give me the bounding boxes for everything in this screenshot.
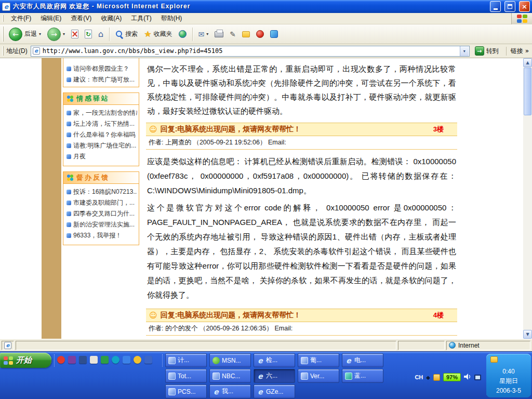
refresh-icon: ↻ (86, 31, 91, 37)
taskbar-button[interactable]: e我... (209, 384, 251, 398)
address-dropdown-icon[interactable]: ▾ (460, 46, 469, 56)
messenger-button[interactable] (268, 29, 281, 39)
smiley-icon: ☺ (149, 311, 157, 320)
vertical-scrollbar[interactable]: ▲ ▼ (523, 58, 532, 339)
quick-launch-icon[interactable] (123, 356, 130, 364)
taskbar-separator (54, 354, 55, 367)
print-button[interactable] (212, 30, 226, 38)
sidebar-box-feedback: 督办反馈 投诉：16路皖N07213... 市建委及职能部门，... 四季春交叉… (63, 171, 139, 245)
mail-button[interactable]: ✉ ▾ (196, 30, 211, 39)
forward-dropdown-icon[interactable]: ▾ (63, 32, 65, 36)
links-bar[interactable]: 链接 » (506, 47, 529, 56)
sidebar-link[interactable]: 市建委及职能部门，... (66, 197, 137, 208)
toolbar-grip (2, 26, 4, 42)
bullet-icon (66, 66, 71, 71)
back-dropdown-icon[interactable]: ▾ (39, 32, 41, 36)
sidebar-link[interactable]: 96333，我举报！ (66, 230, 137, 241)
go-button[interactable]: → 转到 (473, 46, 501, 56)
battery-indicator[interactable]: 97% (443, 373, 461, 381)
menu-edit[interactable]: 编辑(E) (36, 12, 66, 24)
menu-view[interactable]: 查看(V) (66, 12, 96, 24)
qq-button[interactable] (254, 29, 267, 39)
msn-icon (212, 357, 220, 364)
taskbar-button[interactable]: eGZe... (254, 384, 295, 398)
quick-launch-icon[interactable] (90, 356, 98, 364)
taskbar-button[interactable]: PCS... (165, 384, 207, 398)
maximize-button[interactable] (504, 1, 515, 12)
sidebar-link[interactable]: 月夜 (66, 151, 137, 162)
sidebar-link[interactable]: 新的治安管理法实施... (66, 219, 137, 230)
edit-button[interactable]: ✎ (227, 30, 238, 39)
menu-tools[interactable]: 工具(T) (126, 12, 156, 24)
post-body-partial: 偶尔一次不理会，系统出错是正常的，重新启动即可，出现次数多了，两种情况比较常见，… (146, 58, 457, 123)
taskbar-button-active[interactable]: e六... (254, 369, 295, 383)
page-icon: e (33, 47, 40, 55)
toolbar-separator (109, 28, 110, 41)
quick-launch-icon[interactable] (57, 356, 65, 364)
address-input[interactable]: e http://www.luan.gov.cn/bbs/bbs_view.ph… (31, 46, 470, 57)
floor-badge: 4楼 (433, 311, 454, 320)
sidebar-link[interactable]: 家，一段无法割舍的情感 (66, 108, 137, 118)
minimize-button[interactable] (490, 1, 501, 12)
taskbar-button[interactable]: e电... (342, 353, 383, 367)
scroll-up-button[interactable]: ▲ (523, 58, 532, 67)
sidebar-link[interactable]: 请教:明珠广场住宅的... (66, 140, 137, 151)
taskbar-button[interactable]: 蓝... (342, 369, 383, 383)
search-button[interactable]: 搜索 (113, 29, 140, 39)
refresh-button[interactable]: ↻ (82, 29, 95, 39)
qq-icon (256, 30, 264, 38)
zone-label: Internet (458, 342, 480, 349)
tray-diamond-icon[interactable]: ◆ (426, 375, 430, 380)
history-button[interactable] (176, 29, 189, 39)
taskbar-button[interactable]: 葡... (298, 353, 339, 367)
windows-flag-icon (4, 356, 13, 365)
sidebar-link[interactable]: 坛上冷清，坛下热情... (66, 118, 137, 129)
taskbar-button[interactable]: Ver... (298, 369, 339, 383)
back-button[interactable]: ← 后退 ▾ (6, 26, 44, 42)
sidebar-link[interactable]: 建议：市民广场可放... (66, 74, 137, 85)
taskbar-button[interactable]: NBC... (209, 369, 251, 383)
language-indicator[interactable]: CH (415, 374, 423, 380)
menu-help[interactable]: 帮助(H) (156, 12, 187, 24)
stop-button[interactable]: × (69, 29, 81, 39)
quick-launch-icon[interactable] (134, 356, 141, 364)
scroll-down-button[interactable]: ▼ (523, 330, 532, 339)
clover-icon (66, 95, 74, 102)
network-icon[interactable] (474, 375, 481, 380)
bullet-icon (66, 122, 71, 126)
quick-launch-icon[interactable] (112, 356, 119, 364)
discuss-button[interactable] (240, 30, 252, 38)
quick-launch-icon[interactable] (101, 356, 109, 364)
sidebar-link[interactable]: 四季春交叉路口为什... (66, 208, 137, 219)
sidebar-link[interactable]: 投诉：16路皖N07213... (66, 187, 137, 197)
author-line: 作者: 上网查的 （2005-09-21 19:52:06） Email: (146, 136, 457, 150)
bullet-icon (66, 211, 71, 216)
tray-shield-icon[interactable] (433, 374, 440, 381)
forward-button[interactable]: → ▾ (45, 26, 68, 42)
bullet-icon (66, 77, 71, 82)
quick-launch-icon[interactable] (144, 356, 152, 364)
start-button[interactable]: 开始 (0, 353, 51, 368)
close-button[interactable]: × (519, 1, 530, 12)
history-globe-icon (179, 30, 187, 38)
power-tray-icon[interactable] (490, 356, 498, 363)
menu-file[interactable]: 文件(F) (6, 12, 36, 24)
sidebar-link[interactable]: 什么是幸福？你幸福吗？ (66, 129, 137, 140)
favorites-button[interactable]: ★ 收藏夹 (141, 29, 175, 39)
discuss-note-icon (242, 31, 250, 37)
home-button[interactable]: ⌂ (96, 29, 106, 39)
taskbar-button[interactable]: Tot... (165, 369, 207, 383)
taskbar-button[interactable]: e检... (254, 353, 295, 367)
quick-launch-icon[interactable] (79, 356, 87, 364)
go-label: 转到 (486, 47, 499, 56)
scrollbar-thumb[interactable] (524, 68, 531, 115)
taskbar-button[interactable]: MSN... (209, 353, 251, 367)
mail-dropdown-icon[interactable]: ▾ (206, 32, 208, 36)
taskbar-button[interactable]: 计... (165, 353, 207, 367)
app-icon (301, 373, 308, 380)
quick-launch-icon[interactable] (68, 356, 76, 364)
volume-icon[interactable] (464, 373, 471, 382)
sidebar-link[interactable]: 请问帝都景园业主？ (66, 63, 137, 74)
menu-favorites[interactable]: 收藏(A) (96, 12, 126, 24)
mail-icon: ✉ (198, 31, 205, 38)
